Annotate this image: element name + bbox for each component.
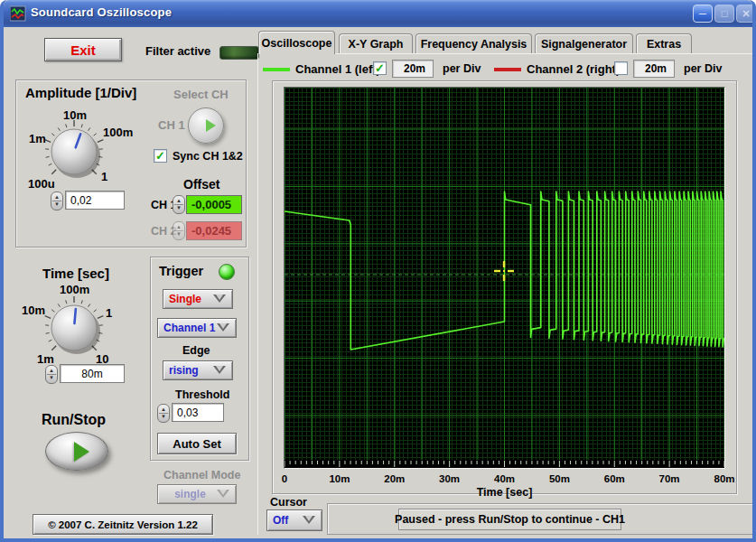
- trigger-edge-value: rising: [169, 364, 199, 377]
- channel2-per-div-field[interactable]: 20m: [633, 60, 675, 78]
- copyright-badge: © 2007 C. Zeitnitz Version 1.22: [33, 514, 213, 535]
- amplitude-scale-label: 10m: [63, 108, 87, 122]
- maximize-button[interactable]: □: [714, 5, 734, 23]
- time-scale-label: 1m: [37, 352, 54, 366]
- trigger-group-box: [150, 257, 249, 461]
- amplitude-value-field[interactable]: 0,02: [65, 191, 125, 210]
- channel1-per-div-field[interactable]: 20m: [392, 60, 434, 78]
- amplitude-scale-label: 100m: [103, 126, 133, 139]
- dropdown-arrow-icon: [303, 516, 316, 525]
- amplitude-scale-label: 100u: [28, 177, 55, 191]
- title-bar[interactable]: Soundcard Oszilloscope ─ □ ✕: [4, 0, 752, 27]
- filter-active-led-indicator: [219, 46, 259, 60]
- time-scale-label: 100m: [60, 283, 89, 296]
- sync-ch-checkbox[interactable]: ✓: [154, 149, 167, 163]
- oscilloscope-plot[interactable]: [284, 87, 725, 469]
- time-scale-label: 1: [106, 306, 112, 320]
- select-ch-arrow-icon: [206, 119, 216, 132]
- trigger-channel-value: Channel 1: [163, 322, 215, 334]
- cursor-crosshair[interactable]: [494, 261, 514, 281]
- select-ch-title: Select CH: [173, 88, 229, 101]
- time-scale-label: 10m: [22, 304, 45, 317]
- x-tick-label: 20m: [384, 473, 405, 484]
- offset-ch2-value: -0,0245: [186, 221, 242, 240]
- tab-xy-graph[interactable]: X-Y Graph: [339, 33, 413, 53]
- sync-ch-label: Sync CH 1&2: [173, 150, 243, 163]
- amplitude-scale-label: 1m: [29, 132, 46, 145]
- channel2-per-div-label: per Div: [684, 62, 722, 75]
- time-spinner[interactable]: ▲▼: [45, 365, 58, 384]
- offset-ch1-spinner[interactable]: ▲▼: [173, 195, 185, 214]
- trigger-channel-dropdown[interactable]: Channel 1: [157, 318, 237, 338]
- select-ch-button[interactable]: [188, 107, 224, 144]
- channel2-color-swatch: [494, 68, 521, 71]
- waveform-canvas[interactable]: [285, 88, 724, 468]
- app-icon: [10, 5, 26, 22]
- app-window: Soundcard Oszilloscope ─ □ ✕ Exit Filter…: [0, 0, 756, 542]
- threshold-spinner[interactable]: ▲▼: [157, 404, 170, 423]
- x-axis-title: Time [sec]: [284, 486, 725, 499]
- channel-mode-dropdown: single: [157, 484, 237, 504]
- x-tick-label: 0: [282, 473, 287, 484]
- dropdown-arrow-icon: [217, 323, 230, 332]
- run-stop-button[interactable]: [45, 432, 108, 471]
- channel2-label: Channel 2 (right): [527, 62, 620, 76]
- amplitude-title: Amplitude [1/Div]: [25, 85, 136, 100]
- x-tick-label: 40m: [494, 473, 515, 484]
- x-tick-label: 80m: [714, 473, 734, 484]
- tab-frequency-analysis[interactable]: Frequency Analysis: [415, 33, 532, 53]
- x-tick-label: 60m: [604, 473, 625, 484]
- amplitude-spinner[interactable]: ▲▼: [51, 192, 63, 210]
- cursor-value: Off: [273, 514, 288, 527]
- x-tick-label: 50m: [549, 473, 570, 484]
- offset-title: Offset: [183, 177, 219, 192]
- trigger-led-indicator: [219, 264, 235, 280]
- time-value-field[interactable]: 80m: [60, 364, 125, 383]
- edge-label: Edge: [182, 344, 210, 357]
- run-icon: [74, 442, 89, 462]
- status-bar: Paused - press Run/Stop to continue - CH…: [327, 503, 753, 535]
- dropdown-arrow-icon: [213, 366, 227, 375]
- graph-frame: 010m20m30m40m50m60m70m80m Time [sec]: [272, 80, 737, 494]
- channel-mode-title: Channel Mode: [163, 469, 240, 481]
- offset-ch2-spinner: ▲▼: [173, 221, 185, 240]
- threshold-value-field[interactable]: 0,03: [172, 403, 224, 422]
- cursor-label: Cursor: [270, 496, 307, 509]
- trigger-mode-value: Single: [169, 293, 201, 305]
- tab-extras[interactable]: Extras: [636, 33, 692, 53]
- close-button[interactable]: ✕: [736, 5, 756, 23]
- dropdown-arrow-icon: [213, 294, 227, 304]
- select-ch-channel-label: CH 1: [158, 118, 185, 132]
- tab-signalgenerator[interactable]: Signalgenerator: [535, 33, 633, 53]
- x-tick-label: 30m: [439, 473, 460, 484]
- exit-button[interactable]: Exit: [44, 38, 122, 61]
- channel2-visible-checkbox[interactable]: [614, 61, 628, 75]
- threshold-label: Threshold: [175, 388, 229, 401]
- x-tick-label: 70m: [659, 473, 680, 484]
- minimize-button[interactable]: ─: [693, 5, 713, 23]
- run-stop-label: Run/Stop: [42, 412, 106, 428]
- channel1-per-div-label: per Div: [443, 62, 481, 75]
- cursor-dropdown[interactable]: Off: [266, 509, 322, 531]
- x-tick-label: 10m: [329, 473, 350, 484]
- channel1-color-swatch: [263, 68, 290, 71]
- auto-set-button[interactable]: Auto Set: [157, 433, 237, 454]
- channel-mode-value: single: [174, 488, 206, 500]
- trigger-mode-dropdown[interactable]: Single: [163, 289, 233, 309]
- offset-ch1-value[interactable]: -0,0005: [186, 195, 242, 214]
- window-title: Soundcard Oszilloscope: [31, 5, 172, 19]
- trigger-title: Trigger: [159, 264, 203, 278]
- status-message: Paused - press Run/Stop to continue - CH…: [398, 509, 621, 530]
- dropdown-arrow-icon: [217, 490, 230, 499]
- filter-active-label: Filter active: [145, 44, 210, 58]
- amplitude-scale-label: 1: [101, 170, 107, 183]
- tab-oscilloscope[interactable]: Oscilloscope: [258, 31, 335, 54]
- channel1-visible-checkbox[interactable]: ✓: [373, 61, 387, 75]
- x-axis-tick-labels: 010m20m30m40m50m60m70m80m: [284, 473, 725, 486]
- channel1-label: Channel 1 (left): [295, 62, 380, 76]
- trigger-edge-dropdown[interactable]: rising: [163, 360, 233, 380]
- time-title: Time [sec]: [42, 266, 109, 281]
